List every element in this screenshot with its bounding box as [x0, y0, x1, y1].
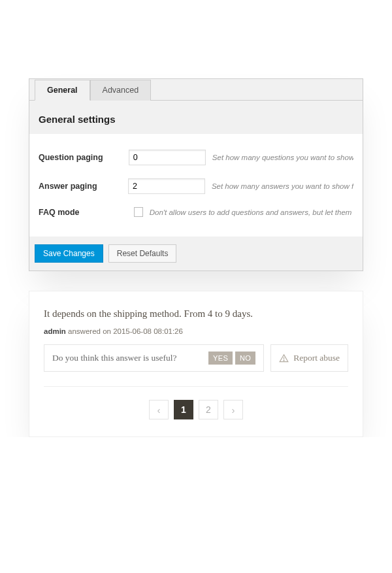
answer-author: admin	[44, 327, 66, 335]
vote-no-button[interactable]: NO	[235, 352, 255, 365]
feedback-question: Do you think this answer is useful?	[52, 353, 176, 363]
feedback-row: Do you think this answer is useful? YES …	[44, 344, 348, 372]
answer-timestamp: 2015-06-08 08:01:26	[113, 327, 183, 335]
answer-meta: admin answered on 2015-06-08 08:01:26	[44, 327, 348, 335]
divider	[44, 386, 348, 387]
input-question-paging[interactable]	[129, 150, 206, 165]
answer-meta-prefix: answered on	[66, 327, 113, 335]
warning-icon	[279, 353, 289, 363]
pager-next[interactable]: ›	[223, 400, 243, 419]
row-answer-paging: Answer paging Set how many answers you w…	[39, 172, 353, 201]
row-faq-mode: FAQ mode Don't allow users to add questi…	[39, 201, 353, 223]
feedback-box: Do you think this answer is useful? YES …	[44, 344, 264, 372]
input-answer-paging[interactable]	[128, 178, 205, 194]
chevron-right-icon: ›	[232, 404, 235, 416]
chevron-left-icon: ‹	[157, 404, 161, 416]
report-abuse-button[interactable]: Report abuse	[270, 344, 348, 372]
report-label: Report abuse	[293, 353, 340, 363]
vote-yes-button[interactable]: YES	[208, 352, 233, 365]
tab-advanced[interactable]: Advanced	[90, 80, 152, 101]
checkbox-faq-mode[interactable]	[134, 207, 142, 217]
label-faq-mode: FAQ mode	[39, 208, 127, 217]
pager-page-2[interactable]: 2	[199, 400, 218, 419]
hint-answer-paging: Set how many answers you want to show fo…	[212, 182, 353, 190]
settings-body: Question paging Set how many questions y…	[29, 134, 363, 237]
save-button[interactable]: Save Changes	[35, 244, 103, 263]
pager-prev[interactable]: ‹	[149, 400, 169, 419]
hint-faq-mode: Don't allow users to add questions and a…	[150, 208, 353, 216]
tab-general[interactable]: General	[35, 80, 90, 101]
hint-question-paging: Set how many questions you want to show …	[212, 154, 353, 161]
label-question-paging: Question paging	[39, 153, 122, 162]
svg-point-1	[284, 360, 284, 361]
reset-button[interactable]: Reset Defaults	[108, 244, 177, 263]
pager: ‹ 1 2 ›	[44, 400, 348, 419]
settings-tabs: General Advanced	[29, 79, 363, 101]
settings-actions: Save Changes Reset Defaults	[29, 237, 363, 270]
answer-text: It depends on the shipping method. From …	[44, 308, 348, 319]
label-answer-paging: Answer paging	[39, 182, 122, 191]
settings-panel: General Advanced General settings Questi…	[29, 78, 363, 271]
row-question-paging: Question paging Set how many questions y…	[39, 143, 353, 172]
section-title: General settings	[29, 101, 363, 134]
answer-card: It depends on the shipping method. From …	[29, 291, 363, 437]
pager-page-1[interactable]: 1	[174, 400, 193, 419]
